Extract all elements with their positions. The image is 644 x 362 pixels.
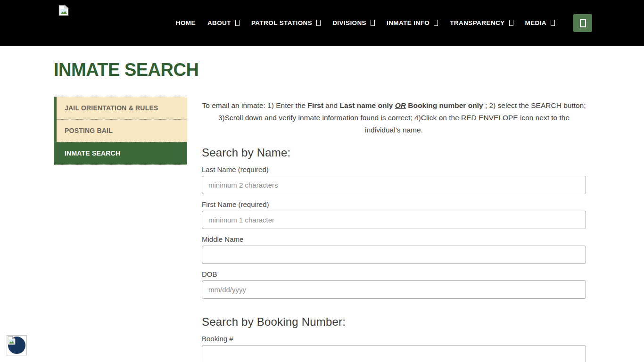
instructions-or-emphasis: OR	[395, 101, 406, 109]
dropdown-caret-icon	[434, 20, 438, 26]
nav-item-label: ABOUT	[207, 19, 231, 26]
nav-item-label: PATROL STATIONS	[251, 19, 312, 26]
sidebar-menu: JAIL ORIENTATION & RULES POSTING BAIL IN…	[54, 97, 187, 165]
last-name-field-group: Last Name (required)	[202, 165, 586, 194]
search-by-name-heading: Search by Name:	[202, 146, 586, 159]
middle-name-field-group: Middle Name	[202, 235, 586, 264]
middle-name-label: Middle Name	[202, 235, 586, 243]
sidebar-item-inmate-search[interactable]: INMATE SEARCH	[54, 142, 187, 165]
booking-number-field-group: Booking #	[202, 335, 586, 362]
nav-item-patrol-stations[interactable]: PATROL STATIONS	[251, 19, 321, 26]
instructions-bold-booking: Booking number only	[406, 101, 483, 109]
dob-field-group: DOB	[202, 270, 586, 299]
instructions-bold-last-name: Last name only	[340, 101, 395, 109]
sidebar-item-label: POSTING BAIL	[65, 127, 113, 134]
booking-number-input[interactable]	[202, 345, 586, 362]
nav-item-label: INMATE INFO	[387, 19, 429, 26]
search-by-booking-heading: Search by Booking Number:	[202, 315, 586, 329]
first-name-label: First Name (required)	[202, 200, 586, 208]
sidebar-item-label: INMATE SEARCH	[65, 149, 120, 157]
top-nav-bar: HOME ABOUT PATROL STATIONS DIVISIONS INM…	[0, 0, 644, 46]
sidebar-item-label: JAIL ORIENTATION & RULES	[65, 104, 158, 112]
nav-item-label: MEDIA	[525, 19, 547, 26]
nav-item-home[interactable]: HOME	[176, 19, 196, 26]
nav-item-transparency[interactable]: TRANSPARENCY	[450, 19, 513, 26]
last-name-input[interactable]	[202, 176, 586, 194]
content-row: JAIL ORIENTATION & RULES POSTING BAIL IN…	[54, 97, 586, 362]
sidebar-item-posting-bail[interactable]: POSTING BAIL	[57, 119, 187, 142]
main-content: To email an inmate: 1) Enter the First a…	[202, 97, 586, 362]
nav-item-label: HOME	[176, 19, 196, 26]
last-name-label: Last Name (required)	[202, 165, 586, 173]
main-nav-menu: HOME ABOUT PATROL STATIONS DIVISIONS INM…	[176, 0, 592, 46]
broken-image-icon	[58, 5, 69, 16]
first-name-field-group: First Name (required)	[202, 200, 586, 229]
dob-input[interactable]	[202, 280, 586, 299]
instructions-text: and	[323, 101, 339, 109]
booking-number-label: Booking #	[202, 335, 586, 343]
nav-item-inmate-info[interactable]: INMATE INFO	[387, 19, 438, 26]
broken-image-icon	[8, 336, 16, 347]
first-name-input[interactable]	[202, 211, 586, 229]
dropdown-caret-icon	[509, 20, 513, 26]
page-title: INMATE SEARCH	[54, 60, 644, 80]
site-logo-broken-image-icon[interactable]	[58, 5, 69, 16]
sidebar-item-jail-orientation-rules[interactable]: JAIL ORIENTATION & RULES	[57, 97, 187, 119]
dropdown-caret-icon	[316, 20, 321, 26]
search-icon	[580, 19, 586, 27]
dropdown-caret-icon	[551, 20, 555, 26]
nav-item-divisions[interactable]: DIVISIONS	[332, 19, 375, 26]
dropdown-caret-icon	[371, 20, 375, 26]
accessibility-widget-button[interactable]	[7, 335, 27, 355]
dropdown-caret-icon	[235, 20, 239, 26]
nav-item-about[interactable]: ABOUT	[207, 19, 239, 26]
nav-item-label: DIVISIONS	[332, 19, 366, 26]
email-inmate-instructions: To email an inmate: 1) Enter the First a…	[202, 97, 586, 136]
middle-name-input[interactable]	[202, 246, 586, 264]
nav-item-label: TRANSPARENCY	[450, 19, 504, 26]
dob-label: DOB	[202, 270, 586, 278]
instructions-text: To email an inmate: 1) Enter the	[202, 101, 307, 109]
instructions-bold-first: First	[307, 101, 323, 109]
nav-item-media[interactable]: MEDIA	[525, 19, 555, 26]
nav-search-button[interactable]	[573, 14, 592, 32]
